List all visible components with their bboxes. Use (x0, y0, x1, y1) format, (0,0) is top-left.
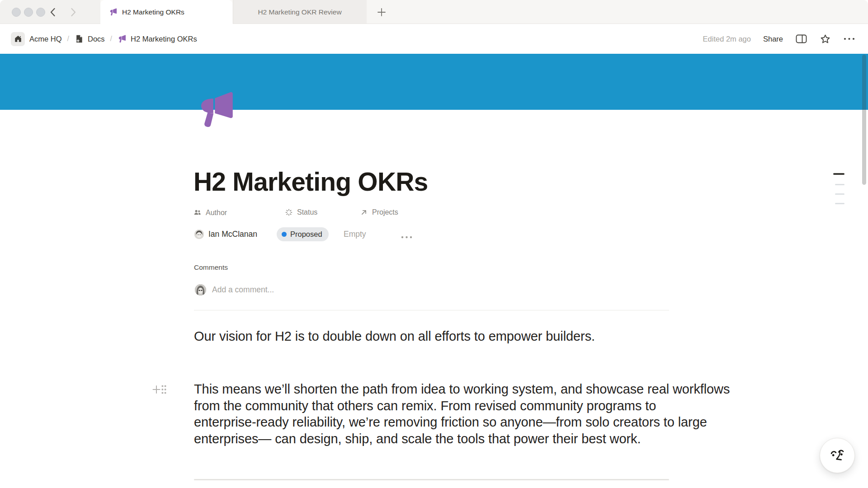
divider-block (194, 479, 669, 480)
property-header-projects[interactable]: Projects (360, 208, 398, 216)
tab-h2-marketing-okr-review[interactable]: H2 Marketing OKR Review (233, 0, 367, 24)
home-icon (14, 35, 22, 43)
panel-right-icon (795, 33, 807, 44)
star-icon (820, 33, 831, 45)
body-paragraph-2[interactable]: This means we’ll shorten the path from i… (194, 381, 730, 447)
close-window-icon[interactable] (12, 8, 21, 17)
favorite-button[interactable] (820, 33, 831, 45)
scrollbar-thumb[interactable] (862, 55, 866, 185)
breadcrumb-separator: / (109, 35, 113, 43)
avatar-ian-mcclanan (194, 230, 204, 239)
comments-section-label: Comments (194, 263, 228, 272)
minimize-window-icon[interactable] (24, 8, 33, 17)
drag-block-handle[interactable] (161, 385, 167, 394)
document-plus-icon (75, 34, 84, 43)
status-spinner-icon (285, 208, 293, 216)
toc-line[interactable] (835, 203, 844, 204)
tabbar-right-area (367, 0, 868, 24)
property-label: Status (297, 208, 317, 216)
toggle-sidebar-button[interactable] (795, 33, 807, 44)
people-icon (193, 208, 202, 217)
zoom-window-icon[interactable] (36, 8, 45, 17)
window-controls[interactable] (12, 8, 45, 17)
add-comment-placeholder: Add a comment... (212, 285, 274, 295)
property-header-status[interactable]: Status (285, 208, 317, 216)
property-header-author[interactable]: Author (193, 208, 227, 217)
status-dot-icon (282, 232, 287, 237)
breadcrumb-item-docs[interactable]: Docs (75, 34, 105, 43)
back-button[interactable] (47, 6, 59, 18)
property-value-author[interactable]: Ian McClanan (194, 227, 257, 241)
drag-handle-icon (161, 385, 167, 394)
ellipsis-icon (401, 235, 413, 239)
status-value: Proposed (290, 230, 322, 239)
top-actions: Edited 2m ago Share (703, 33, 855, 45)
body-paragraph-1[interactable]: Our vision for H2 is to double down on a… (194, 328, 595, 345)
breadcrumb-label: H2 Marketing OKRs (131, 35, 197, 43)
property-label: Projects (372, 208, 398, 216)
breadcrumb: Acme HQ / Docs / H2 Marketing OKRs (11, 32, 197, 46)
breadcrumb-label: Docs (88, 35, 105, 43)
tab-label: H2 Marketing OKRs (122, 8, 184, 16)
ai-face-icon (827, 445, 848, 466)
add-comment-row[interactable]: Add a comment... (195, 284, 274, 296)
comments-divider (194, 310, 669, 310)
edited-timestamp: Edited 2m ago (703, 35, 751, 43)
forward-button[interactable] (67, 6, 79, 18)
breadcrumb-item-acme-hq[interactable]: Acme HQ (29, 35, 62, 43)
toc-line[interactable] (835, 184, 844, 185)
breadcrumb-separator: / (66, 35, 70, 43)
tab-h2-marketing-okrs[interactable]: H2 Marketing OKRs (100, 0, 232, 24)
more-properties-button[interactable] (401, 230, 413, 244)
avatar-current-user (195, 284, 206, 296)
arrow-up-right-icon (360, 208, 368, 216)
page-cover[interactable] (0, 54, 868, 110)
projects-empty-value: Empty (344, 230, 366, 239)
more-options-button[interactable] (843, 37, 855, 41)
add-block-button[interactable] (152, 385, 160, 394)
property-value-projects[interactable]: Empty (344, 227, 366, 241)
author-name: Ian McClanan (208, 230, 257, 239)
plus-icon (152, 385, 160, 394)
toc-line[interactable] (835, 193, 844, 195)
home-button[interactable] (11, 32, 25, 46)
property-label: Author (206, 209, 227, 217)
megaphone-icon (118, 34, 127, 43)
chevron-right-icon (68, 7, 78, 18)
status-badge[interactable]: Proposed (277, 227, 329, 241)
megaphone-icon (195, 89, 237, 131)
top-bar: Acme HQ / Docs / H2 Marketing OKRs Edite… (0, 24, 868, 54)
megaphone-icon (109, 8, 118, 16)
ellipsis-icon (843, 37, 855, 41)
app-window: H2 Marketing OKRs H2 Marketing OKR Revie… (0, 0, 868, 488)
tab-strip: H2 Marketing OKRs H2 Marketing OKR Revie… (0, 0, 868, 24)
page-title[interactable]: H2 Marketing OKRs (193, 168, 428, 195)
new-tab-button[interactable] (376, 7, 387, 18)
toc-current-line[interactable] (833, 173, 844, 175)
chevron-left-icon (48, 7, 58, 18)
tab-label: H2 Marketing OKR Review (258, 8, 341, 16)
plus-icon (377, 7, 387, 17)
breadcrumb-item-current-page[interactable]: H2 Marketing OKRs (118, 34, 197, 43)
share-button[interactable]: Share (763, 35, 783, 43)
notion-ai-button[interactable] (820, 438, 855, 473)
page-icon-megaphone[interactable] (195, 89, 237, 131)
